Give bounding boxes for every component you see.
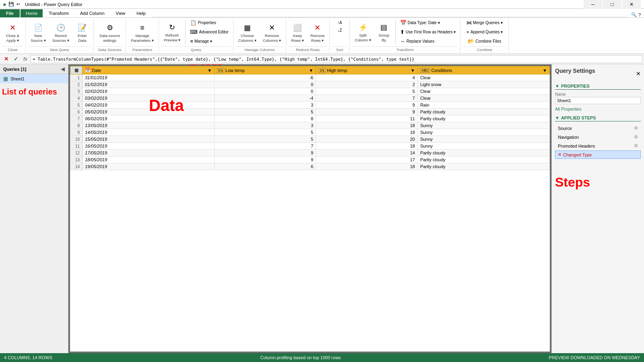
- choose-columns-button[interactable]: ▦ ChooseColumns ▾: [236, 21, 259, 44]
- data-sources-buttons: ⚙ Data sourcesettings: [97, 19, 122, 45]
- append-queries-label: Append Queries ▾: [471, 30, 503, 34]
- settings-panel-title: Query Settings: [555, 68, 595, 76]
- query-item-label: Sheet1: [10, 76, 25, 81]
- date-cell: 31/01/2019: [83, 74, 215, 81]
- split-column-button[interactable]: ⚡ SplitColumn ▾: [352, 20, 373, 44]
- keep-rows-icon: ⬜: [292, 22, 303, 33]
- ribbon-group-data-sources: ⚙ Data sourcesettings Data Sources: [94, 19, 126, 53]
- minimize-button[interactable]: ─: [584, 0, 602, 9]
- low-temp-cell: 9: [215, 150, 316, 156]
- new-source-button[interactable]: 📄 NewSource ▾: [28, 21, 48, 44]
- sort-desc-button[interactable]: ↓Z: [335, 27, 344, 34]
- col-header-low-temp[interactable]: 1²₃ Low temp ▼: [215, 66, 316, 74]
- row-num-cell: 14: [70, 163, 83, 170]
- remove-rows-button[interactable]: ✕ RemoveRows ▾: [308, 21, 327, 44]
- conditions-col-type-icon: ABC: [420, 68, 430, 73]
- data-source-settings-button[interactable]: ⚙ Data sourcesettings: [97, 21, 122, 44]
- parameters-buttons: ≡ ManageParameters ▾: [128, 19, 156, 45]
- high-temp-col-filter-icon[interactable]: ▼: [411, 68, 415, 73]
- low-temp-col-filter-icon[interactable]: ▼: [309, 68, 314, 73]
- window-close-button[interactable]: ✕: [622, 0, 641, 9]
- tab-file[interactable]: File: [0, 9, 20, 17]
- ribbon-help-icon: ?: [638, 12, 641, 17]
- queries-collapse-button[interactable]: ◀: [61, 66, 65, 72]
- high-temp-cell: 7: [316, 95, 417, 102]
- recent-sources-button[interactable]: 🕒 RecentSources ▾: [50, 21, 72, 44]
- close-apply-button[interactable]: ✕ Close &Apply ▾: [4, 21, 22, 44]
- table-row: 14 19/05/2019 6 18 Partly cloudy: [70, 163, 550, 170]
- parameters-group-label: Parameters: [128, 46, 156, 52]
- refresh-preview-button[interactable]: ↻ RefreshPreview ▾: [161, 20, 183, 44]
- settings-close-button[interactable]: ✕: [636, 70, 641, 77]
- combine-files-icon: 📂: [468, 38, 474, 44]
- conditions-col-filter-icon[interactable]: ▼: [543, 68, 547, 73]
- enter-data-icon: 📝: [76, 22, 88, 33]
- tab-transform[interactable]: Transform: [43, 9, 74, 17]
- data-type-button[interactable]: 📅 Data Type: Date ▾: [398, 19, 458, 27]
- replace-values-button[interactable]: ↔ Replace Values: [398, 37, 458, 45]
- status-preview-date: PREVIEW DOWNLOADED ON WEDNESDAY: [549, 355, 640, 360]
- step-source-gear-icon[interactable]: ⚙: [634, 125, 638, 131]
- low-temp-cell: 3: [215, 122, 316, 129]
- append-queries-button[interactable]: + Append Queries ▾: [464, 28, 505, 36]
- advanced-editor-button[interactable]: ⌨ Advanced Editor: [188, 28, 230, 36]
- group-by-button[interactable]: ▤ GroupBy: [375, 20, 393, 44]
- maximize-button[interactable]: □: [603, 0, 621, 9]
- tab-add-column[interactable]: Add Column: [75, 9, 110, 17]
- remove-rows-icon: ✕: [312, 22, 323, 33]
- date-cell: 17/05/2019: [83, 150, 215, 156]
- col-header-high-temp[interactable]: 1²₃ High temp ▼: [316, 66, 417, 74]
- status-columns-rows: 4 COLUMNS, 14 ROWS: [4, 355, 52, 360]
- tab-home[interactable]: Home: [21, 9, 43, 17]
- formula-confirm-button[interactable]: ✓: [11, 55, 20, 64]
- keep-rows-button[interactable]: ⬜ KeepRows ▾: [289, 21, 306, 44]
- enter-data-button[interactable]: 📝 EnterData: [73, 21, 91, 44]
- col-header-conditions[interactable]: ABC Conditions ▼: [417, 66, 549, 74]
- formula-input[interactable]: [31, 55, 642, 63]
- annotation-steps: Steps: [555, 175, 590, 189]
- annotation-list-queries: List of queries: [0, 83, 68, 101]
- combine-files-button[interactable]: 📂 Combine Files: [466, 37, 503, 45]
- step-source[interactable]: Source ⚙: [555, 124, 641, 132]
- properties-section-collapse-icon[interactable]: ▼: [555, 84, 559, 88]
- col-header-date[interactable]: 📅 Date ▼: [83, 66, 215, 74]
- manage-button[interactable]: ≡ Manage ▾: [188, 37, 230, 45]
- step-changed-type[interactable]: ✕ Changed Type: [555, 150, 641, 159]
- ribbon-group-new-query: 📄 NewSource ▾ 🕒 RecentSources ▾ 📝 EnterD…: [26, 19, 94, 53]
- merge-queries-icon: ⋈: [466, 20, 472, 26]
- low-temp-col-type-icon: 1²₃: [217, 68, 224, 73]
- conditions-cell: Rain: [417, 102, 549, 109]
- all-properties-link[interactable]: All Properties: [555, 107, 581, 111]
- step-navigation[interactable]: Navigation ⚙: [555, 133, 641, 141]
- refresh-preview-label: RefreshPreview ▾: [164, 33, 180, 42]
- date-cell: 16/05/2019: [83, 143, 215, 150]
- replace-values-icon: ↔: [400, 38, 405, 44]
- merge-queries-button[interactable]: ⋈ Merge Queries ▾: [464, 19, 505, 27]
- new-query-group-label: New Query: [28, 46, 91, 52]
- quick-access-save[interactable]: 💾: [8, 2, 14, 7]
- tab-help[interactable]: Help: [131, 9, 151, 17]
- query-item-sheet1[interactable]: ▦ Sheet1: [0, 74, 68, 83]
- manage-parameters-button[interactable]: ≡ ManageParameters ▾: [128, 21, 156, 44]
- name-property: Name: [555, 92, 641, 104]
- sort-asc-button[interactable]: ↑A: [335, 19, 344, 26]
- applied-steps-collapse-icon[interactable]: ▼: [555, 115, 559, 120]
- conditions-col-label: Conditions: [431, 68, 452, 73]
- table-grid-icon[interactable]: ▦: [74, 68, 78, 72]
- formula-cancel-button[interactable]: ✕: [2, 55, 10, 64]
- date-col-filter-icon[interactable]: ▼: [207, 68, 212, 73]
- name-property-input[interactable]: [555, 97, 641, 104]
- table-row: 3 02/02/2019 0 5 Clear: [70, 88, 550, 95]
- table-header-row: ▦ 📅 Date ▼ 1²₃ Low tem: [70, 66, 550, 74]
- transform-buttons: ⚡ SplitColumn ▾ ▤ GroupBy 📅 Data Type: D…: [352, 19, 458, 45]
- step-promoted-headers[interactable]: Promoted Headers ⚙: [555, 142, 641, 150]
- use-first-row-button[interactable]: ⬆ Use First Row as Headers ▾: [398, 28, 458, 36]
- quick-access-undo[interactable]: ↩: [17, 2, 20, 7]
- fx-label: fx: [22, 56, 29, 62]
- step-navigation-gear-icon[interactable]: ⚙: [634, 134, 638, 140]
- step-promoted-headers-gear-icon[interactable]: ⚙: [634, 143, 638, 148]
- reduce-rows-group-label: Reduce Rows: [289, 46, 327, 52]
- tab-view[interactable]: View: [111, 9, 131, 17]
- properties-button[interactable]: 📋 Properties: [188, 19, 230, 27]
- remove-columns-button[interactable]: ✕ RemoveColumns ▾: [260, 21, 283, 44]
